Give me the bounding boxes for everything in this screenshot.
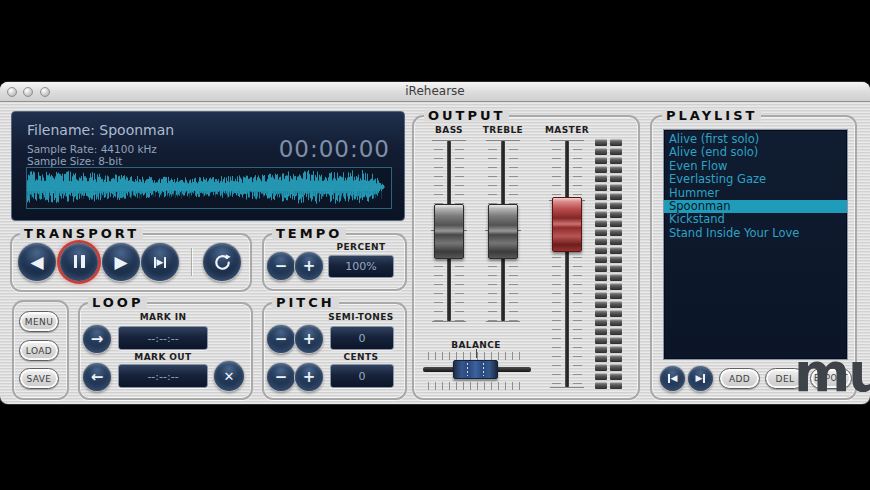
bass-slider[interactable] [434,140,464,322]
repeat-icon [213,253,232,272]
meter-segment [595,337,607,344]
meter-segment [610,364,622,371]
loop-header: LOOP [88,297,147,309]
playlist-item[interactable]: Even Flow [664,160,847,173]
bass-slider-handle[interactable] [434,204,464,259]
transport-divider [191,248,192,276]
waveform-display[interactable] [26,167,392,209]
meter-segment [595,292,607,299]
meter-segment [610,139,622,146]
meter-segment [610,328,622,335]
meter-segment [610,346,622,353]
meter-segment [610,319,622,326]
play-button[interactable]: ▶ [102,243,140,281]
mark-in-field[interactable]: --:--:-- [118,326,208,350]
meter-segment [595,265,607,272]
meter-segment [595,364,607,371]
meter-segment [610,256,622,263]
master-slider-handle[interactable] [552,197,582,252]
playlist-item[interactable]: Alive (end solo) [664,146,847,159]
save-button[interactable]: SAVE [19,368,59,389]
rewind-icon: ◀ [30,254,43,271]
cents-decrease-button[interactable]: − [267,363,295,391]
cents-field[interactable]: 0 [330,364,394,388]
playlist-next-button[interactable]: ▶ [688,366,713,391]
semitones-field[interactable]: 0 [330,326,394,350]
meter-segment [595,193,607,200]
meter-segment [610,229,622,236]
mark-out-field[interactable]: --:--:-- [118,364,208,388]
meter-segment [610,310,622,317]
meter-segment [610,283,622,290]
del-button[interactable]: DEL [765,368,805,389]
screenshot-stage: iRehearse Filename: Spoonman Sample Rate… [0,0,870,490]
meter-segment [595,247,607,254]
meter-segment [610,157,622,164]
tempo-percent-field[interactable]: 100% [328,255,394,278]
master-slider[interactable] [552,140,582,388]
pitch-header: PITCH [272,297,339,309]
mark-out-button[interactable]: ← [83,363,111,391]
mark-out-label: MARK OUT [118,352,208,362]
meter-segment [610,166,622,173]
meter-segment [595,382,607,389]
playlist-listbox[interactable]: Alive (first solo)Alive (end solo)Even F… [663,129,848,360]
add-button[interactable]: ADD [719,368,760,389]
minus-icon: − [275,332,288,347]
tempo-increase-button[interactable]: + [295,252,323,280]
skip-to-mark-button[interactable]: ▶ [141,243,179,281]
meter-segment [610,247,622,254]
meter-segment [610,238,622,245]
close-icon: ✕ [224,370,235,383]
playlist-item[interactable]: Kickstand [664,213,847,226]
cents-increase-button[interactable]: + [295,363,323,391]
meter-segment [610,184,622,191]
treble-slider-handle[interactable] [488,204,518,259]
tempo-decrease-button[interactable]: − [267,252,295,280]
rewind-button[interactable]: ◀ [18,243,56,281]
export-button[interactable]: EXPORT [810,368,852,389]
meter-segment [595,157,607,164]
meter-segment [595,139,607,146]
playlist-item[interactable]: Hummer [664,187,847,200]
tempo-header: TEMPO [272,228,346,240]
playlist-item[interactable]: Alive (first solo) [664,133,847,146]
meter-segment [595,319,607,326]
pause-button[interactable] [60,243,98,281]
skip-to-start-icon: ◀ [668,374,678,383]
percent-label: PERCENT [328,242,394,252]
playlist-item[interactable]: Stand Inside Your Love [664,227,847,240]
meter-segment [610,355,622,362]
filename-text: Filename: Spoonman [27,122,174,138]
playlist-item[interactable]: Spoonman [664,200,847,213]
meter-segment [595,301,607,308]
master-label: MASTER [542,125,592,135]
playlist-previous-button[interactable]: ◀ [660,366,685,391]
arrow-left-icon: ← [91,370,104,385]
semitones-increase-button[interactable]: + [295,325,323,353]
treble-slider[interactable] [488,140,518,322]
menu-button[interactable]: MENU [19,311,59,332]
waveform-canvas [27,168,389,206]
playlist-item[interactable]: Everlasting Gaze [664,173,847,186]
minus-icon: − [275,370,288,385]
meter-segment [595,166,607,173]
transport-header: TRANSPORT [20,228,143,240]
minus-icon: − [275,259,288,274]
balance-slider-handle[interactable] [453,360,498,379]
meter-segment [595,184,607,191]
clear-loop-button[interactable]: ✕ [214,361,244,391]
mark-in-button[interactable]: → [83,325,111,353]
meter-segment [610,337,622,344]
loop-mode-button[interactable] [203,243,241,281]
meter-segment [595,175,607,182]
meter-segment [595,283,607,290]
output-header: OUTPUT [424,110,509,122]
semitones-decrease-button[interactable]: − [267,325,295,353]
meter-segment [595,274,607,281]
meter-segment [595,373,607,380]
plus-icon: + [303,332,316,347]
sample-size-text: Sample Size: 8-bit [27,155,122,167]
meter-segment [595,310,607,317]
load-button[interactable]: LOAD [19,340,59,361]
